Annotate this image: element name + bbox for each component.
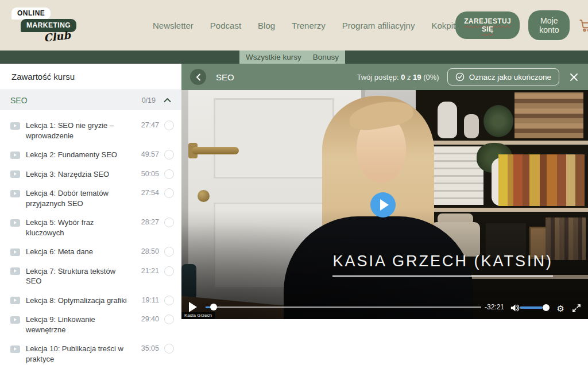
player-panel: SEO Twój postęp: 0 z 19 (0%) Oznacz jako… bbox=[181, 64, 588, 365]
door-handle bbox=[192, 147, 239, 154]
progress-current: 0 bbox=[401, 73, 405, 81]
cart-icon[interactable] bbox=[578, 18, 588, 33]
logo-word-online: ONLINE bbox=[11, 7, 51, 20]
time-remaining: -32:21 bbox=[485, 303, 504, 311]
nav-item[interactable]: Program afiliacyjny bbox=[342, 21, 415, 30]
sidebar-title: Zawartość kursu bbox=[0, 64, 181, 90]
lesson-duration: 27:47 bbox=[141, 121, 159, 129]
nav-item[interactable]: Trenerzy bbox=[292, 21, 326, 30]
section-progress: 0/19 bbox=[142, 96, 156, 104]
fullscreen-icon[interactable] bbox=[572, 304, 581, 313]
lesson-complete-circle[interactable] bbox=[164, 188, 174, 198]
lesson-complete-circle[interactable] bbox=[164, 344, 174, 354]
lesson-play-icon bbox=[10, 190, 20, 197]
lesson-row[interactable]: Lekcja 9: Linkowanie wewnętrzne 29:40 bbox=[0, 310, 181, 339]
lesson-complete-circle[interactable] bbox=[164, 218, 174, 227]
tab-bonusy[interactable]: Bonusy bbox=[313, 53, 339, 61]
volume-slider[interactable] bbox=[520, 306, 543, 309]
lesson-title: Lekcja 5: Wybór fraz kluczowych bbox=[26, 218, 129, 238]
lesson-complete-circle[interactable] bbox=[164, 247, 174, 257]
back-button[interactable] bbox=[190, 69, 206, 85]
section-name: SEO bbox=[10, 96, 28, 105]
lesson-row[interactable]: Lekcja 7: Struktura tekstów SEO 21:21 bbox=[0, 262, 181, 291]
lesson-row[interactable]: Lekcja 1: SEO nie gryzie – wprowadzenie … bbox=[0, 116, 181, 145]
lesson-duration: 21:21 bbox=[141, 266, 159, 275]
progress-percent: (0%) bbox=[423, 73, 439, 81]
check-circle-icon bbox=[455, 72, 465, 81]
lesson-row[interactable]: Lekcja 3: Narzędzia SEO 50:05 bbox=[0, 165, 181, 184]
lesson-title: Lekcja 2: Fundamenty SEO bbox=[26, 150, 129, 160]
course-tabs: Wszystkie kursyBonusy bbox=[239, 51, 345, 64]
lesson-play-icon bbox=[10, 152, 20, 159]
lesson-complete-circle[interactable] bbox=[164, 169, 174, 179]
account-button[interactable]: Moje konto bbox=[528, 10, 570, 40]
lesson-row[interactable]: Lekcja 6: Meta dane 28:50 bbox=[0, 242, 181, 262]
lesson-complete-circle[interactable] bbox=[164, 121, 174, 130]
lesson-row[interactable]: Lekcja 2: Fundamenty SEO 49:57 bbox=[0, 145, 181, 165]
lesson-duration: 19:11 bbox=[142, 296, 159, 304]
lesson-play-icon bbox=[10, 248, 20, 256]
lesson-title: Lekcja 10: Publikacja treści w praktyce bbox=[26, 344, 129, 364]
lesson-title: Lekcja 6: Meta dane bbox=[26, 247, 129, 257]
lesson-title: Lekcja 4: Dobór tematów przyjaznych SEO bbox=[26, 188, 129, 208]
lesson-title: Lekcja 1: SEO nie gryzie – wprowadzenie bbox=[26, 121, 129, 141]
lesson-title: Lekcja 7: Struktura tekstów SEO bbox=[26, 266, 129, 286]
volume-icon[interactable] bbox=[510, 304, 520, 312]
speaker-name-overlay: KASIA GRZECH (KATSIN) bbox=[332, 253, 553, 277]
lesson-row[interactable]: Lekcja 10: Publikacja treści w praktyce … bbox=[0, 339, 181, 365]
lesson-play-icon bbox=[10, 170, 20, 178]
progress-separator: z bbox=[407, 73, 411, 81]
course-sidebar: Zawartość kursu SEO 0/19 Lekcja 1: SEO n… bbox=[0, 64, 181, 365]
chevron-up-icon[interactable] bbox=[164, 98, 171, 103]
register-button[interactable]: ZAREJESTUJ SIĘ bbox=[455, 11, 520, 39]
lesson-duration: 49:57 bbox=[141, 150, 159, 158]
nav-item[interactable]: Kokpit bbox=[431, 21, 455, 30]
seek-bar[interactable] bbox=[206, 306, 481, 309]
site-logo[interactable]: ONLINE MARKETING Club bbox=[10, 6, 96, 44]
lesson-complete-circle[interactable] bbox=[164, 296, 174, 305]
mark-complete-label: Oznacz jako ukończone bbox=[469, 73, 551, 81]
lesson-duration: 28:50 bbox=[141, 247, 159, 255]
nav-item[interactable]: Newsletter bbox=[153, 21, 194, 30]
lesson-row[interactable]: Lekcja 4: Dobór tematów przyjaznych SEO … bbox=[0, 184, 181, 213]
lesson-play-icon bbox=[10, 345, 20, 353]
close-icon bbox=[570, 73, 578, 81]
play-overlay-button[interactable] bbox=[370, 192, 396, 218]
tab-wszystkie-kursy[interactable]: Wszystkie kursy bbox=[246, 53, 301, 61]
lesson-play-icon bbox=[10, 316, 20, 324]
lesson-duration: 50:05 bbox=[141, 169, 159, 178]
progress-label: Twój postęp: bbox=[357, 73, 399, 81]
nav-item[interactable]: Blog bbox=[258, 21, 275, 30]
lesson-list: Lekcja 1: SEO nie gryzie – wprowadzenie … bbox=[0, 110, 181, 365]
lesson-complete-circle[interactable] bbox=[164, 266, 174, 276]
mark-complete-button[interactable]: Oznacz jako ukończone bbox=[447, 68, 559, 86]
page: ONLINE MARKETING Club NewsletterPodcastB… bbox=[0, 0, 588, 365]
lesson-title: Lekcja 8: Optymalizacja grafiki bbox=[26, 296, 129, 306]
lesson-duration: 29:40 bbox=[141, 314, 159, 323]
lesson-title: Lekcja 9: Linkowanie wewnętrzne bbox=[26, 314, 129, 335]
lesson-play-icon bbox=[10, 219, 20, 227]
subtitle-caption: Kasia Grzech bbox=[181, 312, 215, 319]
volume-handle[interactable] bbox=[543, 304, 550, 311]
lesson-row[interactable]: Lekcja 5: Wybór fraz kluczowych 28:27 bbox=[0, 213, 181, 242]
progress-total: 19 bbox=[413, 73, 421, 81]
lesson-play-icon bbox=[10, 122, 20, 130]
lesson-complete-circle[interactable] bbox=[164, 150, 174, 160]
progress-text: Twój postęp: 0 z 19 (0%) bbox=[357, 73, 439, 81]
close-button[interactable] bbox=[568, 72, 579, 83]
section-row-seo[interactable]: SEO 0/19 bbox=[0, 90, 181, 110]
seek-handle[interactable] bbox=[210, 304, 217, 310]
lesson-play-icon bbox=[10, 267, 20, 275]
nav-item[interactable]: Podcast bbox=[210, 21, 241, 30]
lesson-play-icon bbox=[10, 297, 20, 304]
header-actions: ZAREJESTUJ SIĘ Moje konto bbox=[455, 10, 588, 40]
video-player[interactable]: KASIA GRZECH (KATSIN) -32:21 ⚙ Kasia Grz… bbox=[181, 90, 588, 319]
lesson-complete-circle[interactable] bbox=[164, 314, 174, 324]
main-nav: NewsletterPodcastBlogTrenerzyProgram afi… bbox=[153, 21, 455, 30]
settings-gear-icon[interactable]: ⚙ bbox=[557, 304, 564, 314]
player-title: SEO bbox=[216, 72, 234, 82]
lesson-duration: 28:27 bbox=[141, 218, 159, 226]
play-button[interactable] bbox=[189, 302, 197, 312]
chevron-left-icon bbox=[196, 73, 201, 81]
lesson-row[interactable]: Lekcja 8: Optymalizacja grafiki 19:11 bbox=[0, 291, 181, 310]
